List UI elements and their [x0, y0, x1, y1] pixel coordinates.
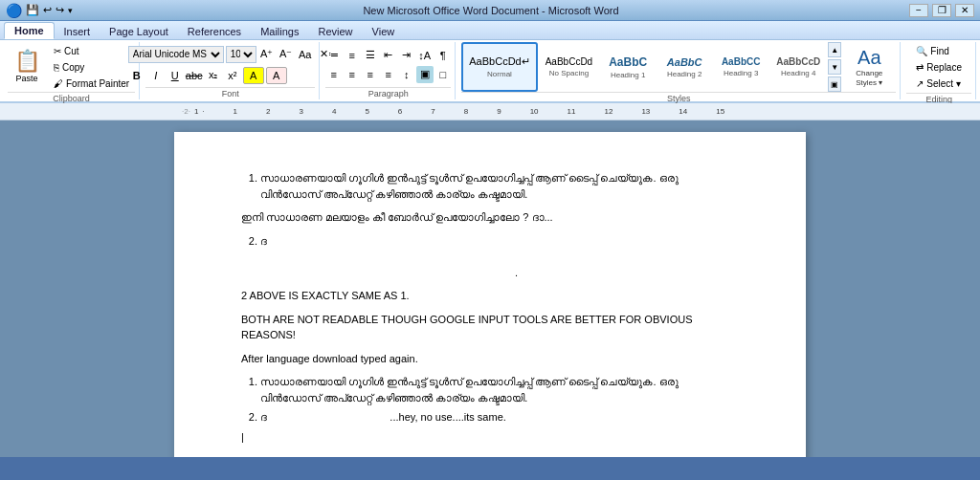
style-heading1[interactable]: AaBbC Heading 1 [600, 42, 656, 92]
highlight-button[interactable]: A [243, 67, 264, 84]
quick-redo-btn[interactable]: ↪ [56, 4, 64, 16]
para-controls: ≔ ≡ ☰ ⇤ ⇥ ↕A ¶ ≡ ≡ ≡ ≡ ↕ ▣ □ [325, 42, 452, 87]
font-row2: B I U abc x₂ x² A A [128, 67, 333, 84]
multilevel-button[interactable]: ☰ [362, 47, 379, 64]
bullets-button[interactable]: ≔ [325, 47, 343, 64]
format-painter-button[interactable]: 🖌 Format Painter [48, 76, 135, 91]
select-button[interactable]: ↗ Select ▾ [910, 76, 968, 91]
cut-button[interactable]: ✂ Cut [48, 44, 135, 58]
restore-button[interactable]: ❐ [932, 4, 951, 17]
title-bar-left: 🔵 💾 ↩ ↪ ▾ [6, 3, 73, 18]
styles-scroll-more[interactable]: ▣ [828, 76, 841, 92]
shading-button[interactable]: ▣ [416, 66, 434, 83]
strikethrough-button[interactable]: abc [186, 67, 203, 84]
font-name-select[interactable]: Arial Unicode MS [128, 46, 224, 63]
change-case-button[interactable]: Aa [297, 46, 314, 63]
change-styles-button[interactable]: Aa ChangeStyles ▾ [842, 42, 896, 92]
styles-scroll-up[interactable]: ▲ [828, 42, 841, 57]
list-2: ദ​ ​ ​ ​ ​ ​ ​ ​ ​ ​ ​ ​ ​ ​ ​ ​ ​ ​ ​ ​… [260, 233, 739, 281]
style-heading3-preview: AaBbCC [722, 56, 761, 67]
ribbon-group-clipboard: 📋 Paste ✂ Cut ⎘ Copy 🖌 Format Painter Cl… [4, 42, 140, 99]
tab-references[interactable]: References [178, 24, 251, 39]
show-marks-button[interactable]: ¶ [434, 47, 452, 64]
ribbon: 📋 Paste ✂ Cut ⎘ Copy 🖌 Format Painter Cl… [0, 40, 980, 103]
ruler-mark: 6 [398, 107, 402, 116]
title-bar: 🔵 💾 ↩ ↪ ▾ New Microsoft Office Word Docu… [0, 0, 980, 21]
font-controls: Arial Unicode MS 10 A⁺ A⁻ Aa ✕ B I U abc… [128, 42, 333, 87]
ruler-mark: 15 [716, 107, 724, 116]
style-heading3-label: Heading 3 [724, 69, 758, 77]
format-painter-label: Format Painter [66, 78, 129, 89]
list-item: ദ​ ​ ​ ​ ​ ​ ​ ​ ​ ​ ​ ​ ​ ​ ​ ​ ​ ​ ​ ​… [260, 233, 739, 281]
style-heading4[interactable]: AaBbCcD Heading 4 [769, 42, 827, 92]
ruler-mark: 9 [497, 107, 501, 116]
decrease-indent-button[interactable]: ⇤ [380, 47, 397, 64]
paragraph-label: Paragraph [325, 87, 451, 99]
tab-home[interactable]: Home [4, 22, 55, 39]
minimize-button[interactable]: − [909, 4, 928, 17]
replace-label: Replace [926, 62, 962, 73]
close-button[interactable]: ✕ [955, 4, 974, 17]
style-heading2[interactable]: AaBbC Heading 2 [657, 42, 712, 92]
para-row1: ≔ ≡ ☰ ⇤ ⇥ ↕A ¶ [325, 47, 452, 64]
tab-view[interactable]: View [363, 24, 405, 39]
tab-review[interactable]: Review [308, 24, 362, 39]
grow-font-button[interactable]: A⁺ [258, 46, 276, 63]
tab-insert[interactable]: Insert [55, 24, 100, 39]
subscript-button[interactable]: x₂ [205, 67, 222, 84]
borders-button[interactable]: □ [434, 66, 452, 83]
select-label: Select ▾ [926, 78, 961, 89]
style-no-spacing[interactable]: AaBbCcDd No Spacing [539, 42, 599, 92]
sort-button[interactable]: ↕A [416, 47, 434, 64]
style-no-spacing-preview: AaBbCcDd [546, 56, 592, 67]
change-styles-icon: Aa [858, 47, 880, 69]
align-right-button[interactable]: ≡ [362, 66, 379, 83]
ruler-mark: 12 [604, 107, 612, 116]
list-item: സാധാരണയായി ഗൂഗിൾ ഇൻപുട്ട് ടൂൾസ് ഉപയോഗിച്… [260, 170, 739, 202]
copy-button[interactable]: ⎘ Copy [48, 60, 135, 75]
numbering-button[interactable]: ≡ [344, 47, 361, 64]
style-normal-preview: AaBbCcDd↵ [469, 55, 529, 68]
ruler-mark: 1 [194, 107, 198, 116]
ruler-mark: 2 [266, 107, 270, 116]
style-heading1-preview: AaBbC [609, 55, 647, 69]
find-button[interactable]: 🔍 Find [910, 44, 968, 58]
italic-button[interactable]: I [147, 67, 165, 84]
find-icon: 🔍 [916, 46, 927, 56]
document-area[interactable]: സാധാരണയായി ഗൂഗിൾ ഇൻപുട്ട് ടൂൾസ് ഉപയോഗിച്… [0, 120, 980, 457]
ribbon-group-editing: 🔍 Find ⇄ Replace ↗ Select ▾ Editing [902, 42, 976, 99]
font-color-button[interactable]: A [266, 67, 287, 84]
ruler-mark: 13 [641, 107, 650, 116]
paste-button[interactable]: 📋 Paste [8, 42, 46, 92]
align-left-button[interactable]: ≡ [325, 66, 343, 83]
align-center-button[interactable]: ≡ [344, 66, 361, 83]
ruler-mark: 8 [464, 107, 468, 116]
style-heading1-label: Heading 1 [611, 71, 645, 79]
cut-label: Cut [64, 46, 79, 56]
quick-save-btn[interactable]: 💾 [26, 4, 39, 16]
document-page[interactable]: സാധാരണയായി ഗൂഗിൾ ഇൻപുട്ട് ടൂൾസ് ഉപയോഗിച്… [174, 132, 806, 457]
copy-icon: ⎘ [54, 62, 59, 73]
superscript-button[interactable]: x² [224, 67, 241, 84]
list-item: സാധാരണയായി ഗൂഗിൾ ഇൻപുട്ട് ടൂൾസ് ഉപയോഗിച്… [260, 374, 739, 405]
line-spacing-button[interactable]: ↕ [398, 66, 415, 83]
style-normal-label: Normal [487, 70, 512, 78]
style-heading3[interactable]: AaBbCC Heading 3 [713, 42, 768, 92]
tab-mailings[interactable]: Mailings [251, 24, 308, 39]
increase-indent-button[interactable]: ⇥ [398, 47, 415, 64]
quick-undo-btn[interactable]: ↩ [43, 4, 52, 16]
ruler-mark: 10 [530, 107, 539, 116]
style-normal[interactable]: AaBbCcDd↵ Normal [461, 42, 537, 92]
styles-scroll-down[interactable]: ▼ [828, 59, 841, 75]
change-styles-label: ChangeStyles ▾ [856, 69, 882, 87]
font-size-select[interactable]: 10 [226, 46, 256, 63]
shrink-font-button[interactable]: A⁻ [278, 46, 295, 63]
underline-button[interactable]: U [167, 67, 184, 84]
replace-button[interactable]: ⇄ Replace [910, 60, 968, 75]
style-heading4-label: Heading 4 [781, 69, 815, 77]
ruler-mark: 3 [300, 107, 303, 116]
clipboard-small-btns: ✂ Cut ⎘ Copy 🖌 Format Painter [48, 44, 135, 91]
bold-button[interactable]: B [128, 67, 145, 84]
justify-button[interactable]: ≡ [380, 66, 397, 83]
tab-page-layout[interactable]: Page Layout [100, 24, 178, 39]
